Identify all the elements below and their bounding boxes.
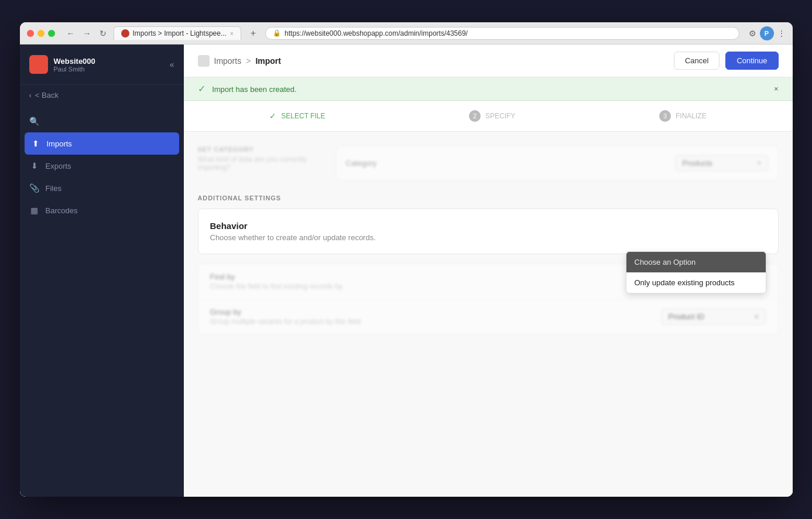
breadcrumb-parent[interactable]: Imports xyxy=(214,56,242,66)
sidebar: Website000 Paul Smith « ‹ < Back 🔍 ⬆ Imp… xyxy=(20,45,184,497)
category-arrow-icon: ▾ xyxy=(758,159,761,167)
minimize-button[interactable] xyxy=(37,30,44,37)
brand-subtitle: Paul Smith xyxy=(54,66,164,73)
brand-logo xyxy=(29,55,48,74)
sidebar-item-search[interactable]: 🔍 xyxy=(20,110,184,132)
category-select[interactable]: Products ▾ xyxy=(675,155,769,172)
sidebar-nav: 🔍 ⬆ Imports ⬇ Exports 📎 Files ▦ Barcodes xyxy=(20,105,184,497)
browser-window: ← → ↻ Imports > Import - Lightspee... × … xyxy=(20,22,793,497)
step1-check-icon: ✓ xyxy=(269,111,276,121)
group-by-select[interactable]: Product ID ▾ xyxy=(661,308,766,325)
cancel-button[interactable]: Cancel xyxy=(674,52,720,70)
group-by-title: Group by xyxy=(210,308,652,316)
brand-name: Website000 xyxy=(54,57,164,66)
top-bar: Imports > Import Cancel Continue xyxy=(184,45,793,77)
success-banner: ✓ Import has been created. × xyxy=(184,77,793,101)
behavior-desc: Choose whether to create and/or update r… xyxy=(210,233,376,242)
steps-bar: ✓ SELECT FILE 2 SPECIFY 3 FINALIZE xyxy=(184,101,793,132)
category-field-row: Category Products ▾ xyxy=(337,146,778,180)
behavior-dropdown[interactable]: Choose an Option Only update existing pr… xyxy=(626,251,766,293)
imports-icon: ⬆ xyxy=(30,138,41,149)
exports-label: Exports xyxy=(46,162,71,170)
banner-close-icon[interactable]: × xyxy=(774,84,779,93)
sidebar-brand: Website000 Paul Smith « xyxy=(20,45,184,85)
additional-settings-section: ADDITIONAL SETTINGS Behavior Choose whet… xyxy=(198,194,779,334)
browser-chrome: ← → ↻ Imports > Import - Lightspee... × … xyxy=(20,22,793,45)
breadcrumb: Imports > Import xyxy=(198,55,281,67)
step-select-file: ✓ SELECT FILE xyxy=(269,111,325,121)
sidebar-item-exports[interactable]: ⬇ Exports xyxy=(20,155,184,177)
maximize-button[interactable] xyxy=(48,30,55,37)
group-by-value: Product ID xyxy=(669,312,704,321)
step3-label: FINALIZE xyxy=(676,112,707,120)
refresh-button[interactable]: ↻ xyxy=(97,28,109,39)
new-tab-button[interactable]: + xyxy=(246,27,261,40)
find-by-desc: Choose the field to find existing record… xyxy=(210,282,652,291)
back-button[interactable]: ← xyxy=(64,28,77,39)
imports-label: Imports xyxy=(47,139,72,148)
files-icon: 📎 xyxy=(29,183,40,193)
group-by-arrow-icon: ▾ xyxy=(755,312,759,321)
group-by-desc: Group multiple variants for a product by… xyxy=(210,317,652,326)
main-content: Imports > Import Cancel Continue ✓ Impor… xyxy=(184,45,793,497)
group-by-row: Group by Group multiple variants for a p… xyxy=(198,299,778,334)
address-bar[interactable]: 🔒 https://website000.webshopapp.com/admi… xyxy=(265,27,739,40)
check-icon: ✓ xyxy=(198,84,205,94)
behavior-card: Behavior Choose whether to create and/or… xyxy=(198,209,779,254)
behavior-container: Behavior Choose whether to create and/or… xyxy=(198,209,779,254)
tab-title: Imports > Import - Lightspee... xyxy=(133,29,227,37)
lock-icon: 🔒 xyxy=(273,29,281,37)
user-avatar[interactable]: P xyxy=(760,26,774,40)
success-text: Import has been created. xyxy=(212,85,297,94)
step3-number: 3 xyxy=(659,110,671,122)
traffic-lights xyxy=(27,30,55,37)
category-section: SET CATEGORY What kind of data are you c… xyxy=(198,146,779,180)
behavior-title: Behavior xyxy=(210,221,376,231)
step2-number: 2 xyxy=(469,110,481,122)
success-message: ✓ Import has been created. xyxy=(198,83,297,94)
browser-tab[interactable]: Imports > Import - Lightspee... × xyxy=(114,26,241,40)
browser-nav: ← → ↻ xyxy=(64,28,109,39)
find-by-label: Find by Choose the field to find existin… xyxy=(210,272,652,291)
sidebar-item-imports[interactable]: ⬆ Imports xyxy=(25,132,179,155)
url-text: https://website000.webshopapp.com/admin/… xyxy=(285,29,468,37)
behavior-text: Behavior Choose whether to create and/or… xyxy=(210,221,376,242)
close-button[interactable] xyxy=(27,30,34,37)
collapse-icon[interactable]: « xyxy=(170,60,174,69)
browser-actions: ⚙ P ⋮ xyxy=(749,26,786,40)
step1-label: SELECT FILE xyxy=(281,112,325,120)
tab-close[interactable]: × xyxy=(230,30,234,37)
search-icon: 🔍 xyxy=(29,116,40,127)
category-value: Products xyxy=(683,159,712,168)
dropdown-option-choose[interactable]: Choose an Option xyxy=(626,252,766,272)
breadcrumb-icon xyxy=(198,55,210,67)
category-section-panel: Category Products ▾ xyxy=(336,146,779,180)
breadcrumb-separator: > xyxy=(246,56,251,66)
group-by-label: Group by Group multiple variants for a p… xyxy=(210,308,652,326)
category-section-title: SET CATEGORY xyxy=(198,146,327,153)
step-specify: 2 SPECIFY xyxy=(469,110,515,122)
category-section-header: SET CATEGORY What kind of data are you c… xyxy=(198,146,327,172)
sidebar-back-button[interactable]: ‹ < Back xyxy=(20,85,184,105)
files-label: Files xyxy=(46,184,61,193)
category-section-desc: What kind of data are you currently impo… xyxy=(198,155,327,172)
step-finalize: 3 FINALIZE xyxy=(659,110,707,122)
barcodes-label: Barcodes xyxy=(46,206,78,215)
category-row: SET CATEGORY What kind of data are you c… xyxy=(198,146,779,180)
settings-icon[interactable]: ⚙ xyxy=(749,26,756,40)
exports-icon: ⬇ xyxy=(29,161,40,171)
top-bar-actions: Cancel Continue xyxy=(674,52,779,70)
back-arrow-icon: ‹ xyxy=(29,91,32,100)
category-label: Category xyxy=(346,159,675,168)
additional-settings-title: ADDITIONAL SETTINGS xyxy=(198,194,779,202)
menu-icon[interactable]: ⋮ xyxy=(777,26,786,40)
content-area: SET CATEGORY What kind of data are you c… xyxy=(184,132,793,497)
continue-button[interactable]: Continue xyxy=(725,52,778,70)
barcodes-icon: ▦ xyxy=(29,205,40,216)
forward-button[interactable]: → xyxy=(81,28,94,39)
brand-info: Website000 Paul Smith xyxy=(54,57,164,73)
sidebar-item-barcodes[interactable]: ▦ Barcodes xyxy=(20,199,184,221)
dropdown-option-only-update[interactable]: Only update existing products xyxy=(626,272,766,293)
back-label: < Back xyxy=(35,91,59,100)
sidebar-item-files[interactable]: 📎 Files xyxy=(20,177,184,199)
